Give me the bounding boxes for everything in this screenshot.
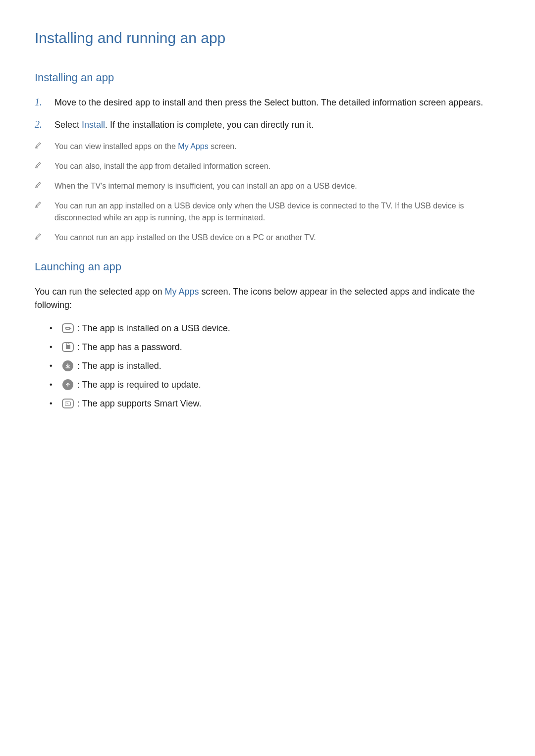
note-item: You can run an app installed on a USB de…	[35, 200, 500, 224]
lock-icon	[61, 342, 74, 353]
step-number: 2.	[35, 119, 54, 130]
launching-intro: You can run the selected app on My Apps …	[35, 285, 500, 312]
icon-description: : The app supports Smart View.	[77, 399, 201, 409]
note-item: You can view installed apps on the My Ap…	[35, 141, 500, 152]
note-item: You cannot run an app installed on the U…	[35, 232, 500, 244]
pencil-note-icon	[35, 160, 54, 170]
bullet: •	[50, 343, 61, 352]
pencil-note-icon	[35, 200, 54, 210]
list-item: • : The app is installed.	[50, 360, 500, 371]
notes-list: You can view installed apps on the My Ap…	[35, 141, 500, 244]
my-apps-link: My Apps	[165, 287, 199, 297]
icon-meanings-list: • : The app is installed on a USB device…	[35, 323, 500, 409]
list-item: • : The app is required to update.	[50, 379, 500, 390]
note-text: You can view installed apps on the My Ap…	[54, 141, 237, 152]
list-item: • : The app supports Smart View.	[50, 398, 500, 409]
installed-icon	[61, 360, 74, 371]
section-heading-launching: Launching an app	[35, 260, 500, 273]
usb-icon	[61, 323, 74, 334]
icon-description: : The app is required to update.	[77, 380, 201, 390]
note-text: You cannot run an app installed on the U…	[54, 232, 316, 244]
bullet: •	[50, 324, 61, 333]
install-steps-list: 1. Move to the desired app to install an…	[35, 96, 500, 132]
update-icon	[61, 379, 74, 390]
note-text: You can run an app installed on a USB de…	[54, 200, 500, 224]
step-1: 1. Move to the desired app to install an…	[35, 96, 500, 109]
bullet: •	[50, 361, 61, 370]
icon-description: : The app is installed.	[77, 361, 161, 371]
icon-description: : The app is installed on a USB device.	[77, 323, 230, 334]
pencil-note-icon	[35, 232, 54, 242]
smartview-icon	[61, 398, 74, 409]
note-text: You can also, install the app from detai…	[54, 160, 270, 172]
note-text: When the TV's internal memory is insuffi…	[54, 180, 357, 192]
step-text: Move to the desired app to install and t…	[54, 96, 483, 109]
page-title: Installing and running an app	[35, 30, 500, 47]
pencil-note-icon	[35, 180, 54, 190]
list-item: • : The app is installed on a USB device…	[50, 323, 500, 334]
bullet: •	[50, 399, 61, 408]
bullet: •	[50, 380, 61, 389]
pencil-note-icon	[35, 141, 54, 151]
icon-description: : The app has a password.	[77, 342, 182, 353]
install-link: Install	[82, 120, 105, 130]
note-item: When the TV's internal memory is insuffi…	[35, 180, 500, 192]
step-number: 1.	[35, 97, 54, 108]
step-text: Select Install. If the installation is c…	[54, 118, 314, 132]
note-item: You can also, install the app from detai…	[35, 160, 500, 172]
my-apps-link: My Apps	[178, 142, 208, 151]
section-heading-installing: Installing an app	[35, 71, 500, 84]
step-2: 2. Select Install. If the installation i…	[35, 118, 500, 132]
list-item: • : The app has a password.	[50, 342, 500, 353]
